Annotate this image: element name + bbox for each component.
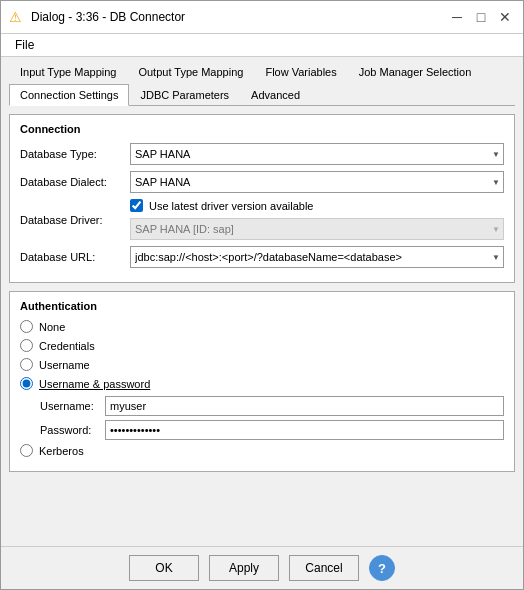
username-input[interactable] (105, 396, 504, 416)
title-bar: ⚠ Dialog - 3:36 - DB Connector ─ □ ✕ (1, 1, 523, 34)
db-driver-disabled-input (130, 218, 504, 240)
db-driver-control: Use latest driver version available (130, 199, 504, 240)
db-dialect-select[interactable]: SAP HANA (130, 171, 504, 193)
main-window: ⚠ Dialog - 3:36 - DB Connector ─ □ ✕ Fil… (0, 0, 524, 590)
db-url-row: Database URL: jdbc:sap://<host>:<port>/?… (20, 246, 504, 268)
radio-none-row: None (20, 320, 504, 333)
radio-kerberos-row: Kerberos (20, 444, 504, 457)
db-driver-checkbox[interactable] (130, 199, 143, 212)
ok-button[interactable]: OK (129, 555, 199, 581)
radio-none[interactable] (20, 320, 33, 333)
menu-bar: File (1, 34, 523, 57)
db-url-select[interactable]: jdbc:sap://<host>:<port>/?databaseName=<… (130, 246, 504, 268)
tab-output-type-mapping[interactable]: Output Type Mapping (127, 61, 254, 82)
radio-none-label: None (39, 321, 65, 333)
db-driver-checkbox-row: Use latest driver version available (130, 199, 504, 212)
username-row: Username: (40, 396, 504, 416)
apply-button[interactable]: Apply (209, 555, 279, 581)
db-dialect-label: Database Dialect: (20, 176, 130, 188)
password-input[interactable] (105, 420, 504, 440)
radio-username-password[interactable] (20, 377, 33, 390)
radio-username-password-label: Username & password (39, 378, 150, 390)
cancel-button[interactable]: Cancel (289, 555, 359, 581)
radio-credentials-label: Credentials (39, 340, 95, 352)
tab-connection-settings[interactable]: Connection Settings (9, 84, 129, 106)
db-dialect-row: Database Dialect: SAP HANA (20, 171, 504, 193)
title-controls: ─ □ ✕ (447, 7, 515, 27)
minimize-button[interactable]: ─ (447, 7, 467, 27)
footer: OK Apply Cancel ? (1, 546, 523, 589)
connection-section: Connection Database Type: SAP HANA Datab… (9, 114, 515, 283)
radio-username[interactable] (20, 358, 33, 371)
tab-job-manager-selection[interactable]: Job Manager Selection (348, 61, 483, 82)
radio-kerberos[interactable] (20, 444, 33, 457)
title-bar-left: ⚠ Dialog - 3:36 - DB Connector (9, 9, 185, 25)
connection-section-title: Connection (20, 123, 504, 135)
tabs-row-1: Input Type Mapping Output Type Mapping F… (1, 57, 523, 82)
db-driver-disabled-wrapper (130, 218, 504, 240)
help-button[interactable]: ? (369, 555, 395, 581)
authentication-section: Authentication None Credentials Username… (9, 291, 515, 472)
tab-advanced[interactable]: Advanced (240, 84, 311, 105)
radio-kerberos-label: Kerberos (39, 445, 84, 457)
window-title: Dialog - 3:36 - DB Connector (31, 10, 185, 24)
db-type-row: Database Type: SAP HANA (20, 143, 504, 165)
db-type-label: Database Type: (20, 148, 130, 160)
main-content: Connection Database Type: SAP HANA Datab… (1, 106, 523, 546)
authentication-section-title: Authentication (20, 300, 504, 312)
tab-jdbc-parameters[interactable]: JDBC Parameters (129, 84, 240, 105)
radio-username-password-row: Username & password (20, 377, 504, 390)
db-url-label: Database URL: (20, 251, 130, 263)
db-url-select-wrapper: jdbc:sap://<host>:<port>/?databaseName=<… (130, 246, 504, 268)
db-driver-row: Database Driver: Use latest driver versi… (20, 199, 504, 240)
tabs-row-2: Connection Settings JDBC Parameters Adva… (1, 82, 523, 105)
db-dialect-select-wrapper: SAP HANA (130, 171, 504, 193)
tab-input-type-mapping[interactable]: Input Type Mapping (9, 61, 127, 82)
tab-flow-variables[interactable]: Flow Variables (254, 61, 347, 82)
password-row: Password: (40, 420, 504, 440)
close-button[interactable]: ✕ (495, 7, 515, 27)
password-label: Password: (40, 424, 105, 436)
username-label: Username: (40, 400, 105, 412)
maximize-button[interactable]: □ (471, 7, 491, 27)
warning-icon: ⚠ (9, 9, 25, 25)
radio-username-row: Username (20, 358, 504, 371)
db-type-select[interactable]: SAP HANA (130, 143, 504, 165)
db-driver-label: Database Driver: (20, 214, 130, 226)
radio-username-label: Username (39, 359, 90, 371)
db-type-select-wrapper: SAP HANA (130, 143, 504, 165)
radio-credentials[interactable] (20, 339, 33, 352)
db-driver-checkbox-label: Use latest driver version available (149, 200, 313, 212)
file-menu[interactable]: File (9, 36, 40, 54)
radio-credentials-row: Credentials (20, 339, 504, 352)
